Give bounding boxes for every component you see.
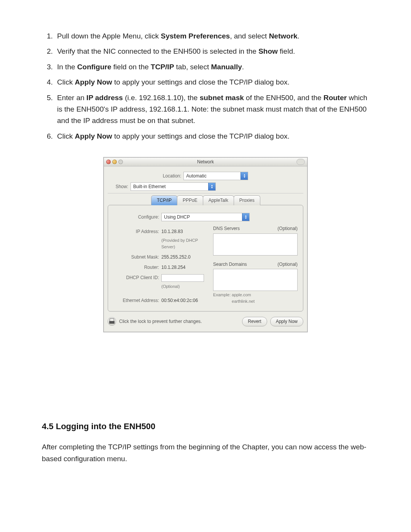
example-label: Example:	[213, 292, 231, 297]
text: Verify that the NIC connected to the ENH…	[57, 47, 258, 55]
text: of the ENH500, and the	[244, 94, 323, 102]
section-heading: 4.5 Logging into the ENH500	[42, 420, 369, 433]
instruction-item: Click Apply Now to apply your settings a…	[55, 131, 369, 142]
titlebar: Network	[104, 158, 307, 166]
bold: System Preferences	[161, 32, 230, 40]
select-value: Automatic	[186, 173, 206, 180]
subnet-value: 255.255.252.0	[161, 254, 191, 261]
tab-proxies[interactable]: Proxies	[234, 195, 260, 205]
revert-button[interactable]: Revert	[242, 317, 267, 326]
text: field.	[278, 47, 295, 55]
text: Pull down the Apple Menu, click	[57, 32, 161, 40]
optional-label: (Optional)	[277, 261, 298, 268]
toolbar-toggle-icon[interactable]	[296, 159, 305, 165]
text: .	[242, 63, 244, 71]
bold: Configure	[77, 63, 112, 71]
configure-label: Configure:	[113, 214, 161, 221]
show-label: Show:	[108, 183, 131, 190]
text: field on the	[112, 63, 151, 71]
router-label: Router:	[113, 264, 161, 271]
search-domains-label: Search Domains	[213, 261, 247, 268]
bold: Network	[269, 32, 298, 40]
apply-now-button[interactable]: Apply Now	[270, 317, 303, 326]
subnet-label: Subnet Mask:	[113, 254, 161, 261]
example-value: apple.com earthlink.net	[232, 292, 255, 305]
dhcp-client-input[interactable]	[161, 274, 204, 282]
tab-pppoe[interactable]: PPPoE	[177, 195, 203, 205]
text: Enter an	[57, 94, 86, 102]
bold: Router	[323, 94, 347, 102]
section-body: After completing the TCP/IP settings fro…	[42, 441, 369, 465]
tab-content: Configure: Using DHCP ▲▼ IP Address:10.1…	[108, 205, 303, 312]
bold: IP address	[86, 94, 123, 102]
dns-servers-input[interactable]	[213, 233, 298, 256]
text: to apply your settings and close the TCP…	[112, 78, 290, 86]
search-domains-input[interactable]	[213, 269, 298, 291]
bold: TCP/IP	[151, 63, 174, 71]
location-select[interactable]: Automatic ▲▼	[183, 172, 248, 180]
instruction-item: Pull down the Apple Menu, click System P…	[55, 30, 369, 42]
text: tab, select	[174, 63, 211, 71]
chevron-updown-icon: ▲▼	[208, 183, 215, 190]
tab-tcpip[interactable]: TCP/IP	[151, 195, 177, 205]
instruction-list: Pull down the Apple Menu, click System P…	[42, 30, 369, 142]
chevron-updown-icon: ▲▼	[241, 172, 248, 180]
instruction-item: Enter an IP address (i.e. 192.168.1.10),…	[55, 92, 369, 127]
select-value: Using DHCP	[164, 214, 190, 221]
text: .	[298, 32, 299, 40]
instruction-item: Verify that the NIC connected to the ENH…	[55, 46, 369, 57]
instruction-item: In the Configure field on the TCP/IP tab…	[55, 61, 369, 73]
lock-message: Click the lock to prevent further change…	[119, 318, 202, 325]
bold: Manually	[211, 63, 242, 71]
ip-label: IP Address:	[113, 228, 161, 235]
bold: Apply Now	[75, 132, 112, 140]
lock-icon[interactable]	[108, 317, 116, 326]
text: Click	[57, 132, 75, 140]
router-value: 10.1.28.254	[161, 264, 185, 271]
bold: subnet mask	[200, 94, 244, 102]
tab-bar: TCP/IP PPPoE AppleTalk Proxies	[108, 195, 303, 205]
dhcp-client-label: DHCP Client ID:	[113, 274, 161, 281]
ip-provided-note: (Provided by DHCP Server)	[161, 237, 206, 251]
bold: Show	[258, 47, 278, 55]
ethernet-label: Ethernet Address:	[113, 297, 161, 304]
chevron-updown-icon: ▲▼	[242, 213, 249, 221]
bold: Apply Now	[75, 78, 112, 86]
configure-select[interactable]: Using DHCP ▲▼	[161, 213, 250, 221]
text: to apply your settings and close the TCP…	[112, 132, 290, 140]
show-select[interactable]: Built-in Ethernet ▲▼	[131, 182, 216, 191]
dns-label: DNS Servers	[213, 225, 240, 232]
location-label: Location:	[163, 173, 184, 180]
ip-value: 10.1.28.83	[161, 228, 183, 235]
text: , and select	[230, 32, 269, 40]
instruction-item: Click Apply Now to apply your settings a…	[55, 77, 369, 88]
dhcp-client-optional: (Optional)	[161, 283, 206, 290]
text: In the	[57, 63, 77, 71]
tab-appletalk[interactable]: AppleTalk	[203, 195, 234, 205]
ethernet-value: 00:50:e4:00:2c:06	[161, 297, 198, 304]
window-title: Network	[104, 158, 307, 166]
network-window: Network Location: Automatic ▲▼ Show: Bui…	[104, 157, 307, 332]
optional-label: (Optional)	[277, 225, 298, 232]
text: (i.e. 192.168.1.10), the	[123, 94, 200, 102]
select-value: Built-in Ethernet	[133, 183, 166, 190]
text: Click	[57, 78, 75, 86]
